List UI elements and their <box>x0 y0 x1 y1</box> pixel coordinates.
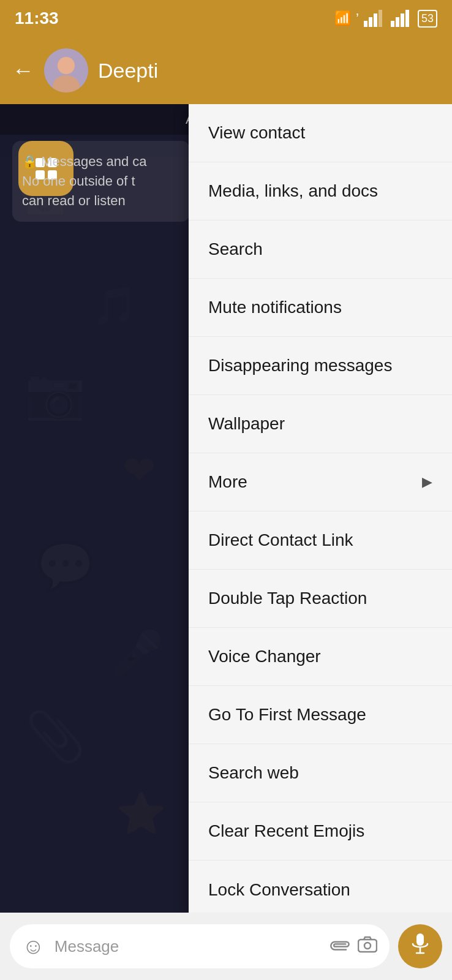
svg-rect-2 <box>374 13 377 27</box>
menu-item-label-search-web: Search web <box>208 763 299 783</box>
menu-item-search-web[interactable]: Search web <box>189 744 452 802</box>
camera-icon[interactable] <box>358 936 377 957</box>
lock-icon: 🔒 <box>22 155 37 168</box>
svg-text:📎: 📎 <box>24 707 86 766</box>
svg-rect-7 <box>405 10 409 27</box>
menu-item-label-media-links-docs: Media, links, and docs <box>208 181 378 201</box>
menu-item-label-go-to-first-message: Go To First Message <box>208 705 366 725</box>
svg-rect-3 <box>379 10 382 27</box>
context-menu: View contactMedia, links, and docsSearch… <box>189 104 452 913</box>
status-time: 11:33 <box>15 9 59 28</box>
avatar <box>44 48 88 92</box>
mic-icon <box>411 933 429 960</box>
svg-rect-5 <box>396 17 399 27</box>
header-bar: ← Deepti <box>0 37 452 104</box>
menu-item-label-disappearing-messages: Disappearing messages <box>208 356 392 375</box>
encryption-notice: 🔒 Messages and caNo one outside of tcan … <box>12 141 190 222</box>
message-input[interactable]: Message <box>55 937 320 956</box>
menu-item-label-view-contact: View contact <box>208 123 305 143</box>
menu-item-clear-recent-emojis[interactable]: Clear Recent Emojis <box>189 802 452 861</box>
menu-item-lock-conversation[interactable]: Lock Conversation <box>189 861 452 913</box>
signal-bars-icon-2 <box>391 10 413 27</box>
svg-text:⭐: ⭐ <box>116 790 167 837</box>
encryption-text: Messages and caNo one outside of tcan re… <box>22 154 147 208</box>
menu-item-go-to-first-message[interactable]: Go To First Message <box>189 686 452 744</box>
signal-bars-icon <box>364 10 386 27</box>
menu-item-label-double-tap-reaction: Double Tap Reaction <box>208 589 367 608</box>
chat-area: ☎ 🎵 📷 ❤ 💬 🎤 📎 ⭐ Act like a fo... 🔒 Messa… <box>0 104 452 913</box>
menu-item-label-more: More <box>208 472 247 492</box>
svg-text:🎤: 🎤 <box>110 628 164 679</box>
svg-text:💬: 💬 <box>37 539 94 594</box>
menu-item-mute-notifications[interactable]: Mute notifications <box>189 279 452 337</box>
menu-item-voice-changer[interactable]: Voice Changer <box>189 628 452 686</box>
menu-item-label-lock-conversation: Lock Conversation <box>208 880 350 900</box>
svg-text:🎵: 🎵 <box>92 284 138 328</box>
svg-rect-25 <box>358 940 377 952</box>
svg-rect-6 <box>401 13 404 27</box>
bottom-bar: ☺ Message <box>0 913 452 980</box>
menu-item-label-wallpaper: Wallpaper <box>208 414 285 434</box>
status-icons: 📶 ’ 53 <box>334 10 437 28</box>
svg-text:❤: ❤ <box>122 448 156 492</box>
menu-item-wallpaper[interactable]: Wallpaper <box>189 395 452 453</box>
svg-rect-27 <box>416 933 424 946</box>
menu-item-view-contact[interactable]: View contact <box>189 104 452 162</box>
svg-point-11 <box>58 57 75 74</box>
svg-text:📷: 📷 <box>24 364 86 423</box>
back-button[interactable]: ← <box>12 58 34 83</box>
chevron-right-icon: ▶ <box>422 474 432 490</box>
mic-button[interactable] <box>398 924 442 968</box>
contact-name: Deepti <box>98 59 440 83</box>
menu-item-label-direct-contact-link: Direct Contact Link <box>208 530 353 550</box>
emoji-button[interactable]: ☺ <box>22 933 45 959</box>
wifi-icon: 📶 <box>334 10 351 26</box>
svg-rect-1 <box>369 17 372 27</box>
menu-item-label-mute-notifications: Mute notifications <box>208 298 342 317</box>
battery-icon: 53 <box>418 10 437 28</box>
signal-icon-1: ’ <box>356 10 359 26</box>
svg-point-26 <box>364 943 371 949</box>
svg-rect-4 <box>391 21 394 27</box>
menu-item-direct-contact-link[interactable]: Direct Contact Link <box>189 511 452 570</box>
menu-item-disappearing-messages[interactable]: Disappearing messages <box>189 337 452 395</box>
message-input-container: ☺ Message <box>10 924 390 968</box>
menu-item-media-links-docs[interactable]: Media, links, and docs <box>189 162 452 221</box>
menu-item-label-clear-recent-emojis: Clear Recent Emojis <box>208 821 364 841</box>
menu-item-label-voice-changer: Voice Changer <box>208 647 321 666</box>
status-bar: 11:33 📶 ’ 53 <box>0 0 452 37</box>
menu-item-double-tap-reaction[interactable]: Double Tap Reaction <box>189 570 452 628</box>
menu-item-more[interactable]: More▶ <box>189 453 452 511</box>
menu-item-label-search: Search <box>208 239 263 259</box>
svg-rect-0 <box>364 21 367 27</box>
menu-item-search[interactable]: Search <box>189 221 452 279</box>
attach-icon[interactable] <box>324 932 353 960</box>
